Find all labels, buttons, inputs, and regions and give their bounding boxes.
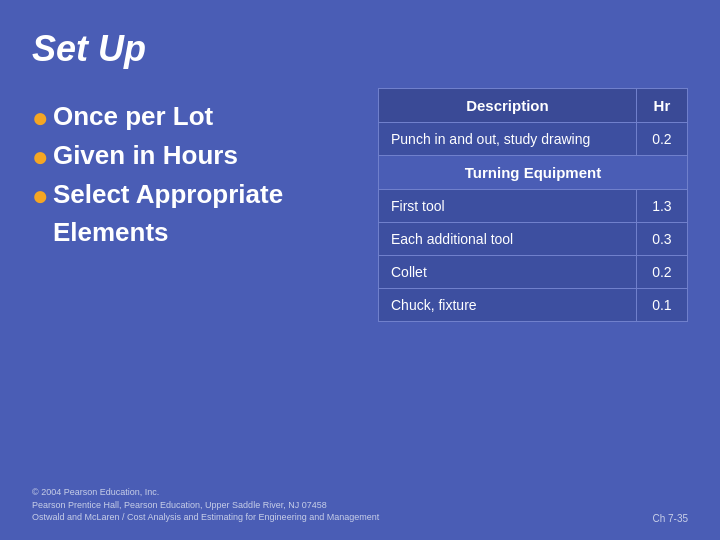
cell-hr: 1.3 (636, 190, 687, 223)
cell-hr: 0.2 (636, 256, 687, 289)
cell-hr: 0.2 (636, 123, 687, 156)
cell-description: Each additional tool (379, 223, 637, 256)
page-title: Set Up (32, 28, 688, 70)
cell-hr: 0.3 (636, 223, 687, 256)
data-table: Description Hr Punch in and out, study d… (378, 88, 688, 322)
cell-description: Chuck, fixture (379, 289, 637, 322)
cell-description: First tool (379, 190, 637, 223)
table-row: Each additional tool 0.3 (379, 223, 688, 256)
bullet-dot-1: ● (32, 98, 49, 137)
bullet-once: ● Once per Lot (32, 98, 348, 137)
page: Set Up ● Once per Lot ● Given in Hours ●… (0, 0, 720, 540)
cell-description: Punch in and out, study drawing (379, 123, 637, 156)
right-panel: Description Hr Punch in and out, study d… (378, 88, 688, 322)
table-row: Chuck, fixture 0.1 (379, 289, 688, 322)
table-row: Collet 0.2 (379, 256, 688, 289)
table-row: Punch in and out, study drawing 0.2 (379, 123, 688, 156)
col-hr: Hr (636, 89, 687, 123)
cell-turning: Turning Equipment (379, 156, 688, 190)
bullet-select: ● Select Appropriate Elements (32, 176, 348, 251)
content-area: ● Once per Lot ● Given in Hours ● Select… (32, 88, 688, 322)
cell-description: Collet (379, 256, 637, 289)
cell-hr: 0.1 (636, 289, 687, 322)
bullet-label-2: Given in Hours (53, 137, 238, 175)
table-header-row: Description Hr (379, 89, 688, 123)
footer-line2: Pearson Prentice Hall, Pearson Education… (32, 499, 379, 512)
footer-chapter: Ch 7-35 (652, 513, 688, 524)
table-row-turning: Turning Equipment (379, 156, 688, 190)
bullet-dot-2: ● (32, 137, 49, 176)
bullet-given: ● Given in Hours (32, 137, 348, 176)
bullet-label-3: Select Appropriate Elements (53, 176, 348, 251)
table-row: First tool 1.3 (379, 190, 688, 223)
footer: © 2004 Pearson Education, Inc. Pearson P… (32, 486, 379, 524)
col-description: Description (379, 89, 637, 123)
footer-line3: Ostwald and McLaren / Cost Analysis and … (32, 511, 379, 524)
footer-line1: © 2004 Pearson Education, Inc. (32, 486, 379, 499)
bullet-label-1: Once per Lot (53, 98, 213, 136)
left-panel: ● Once per Lot ● Given in Hours ● Select… (32, 88, 348, 252)
bullet-dot-3: ● (32, 176, 49, 215)
